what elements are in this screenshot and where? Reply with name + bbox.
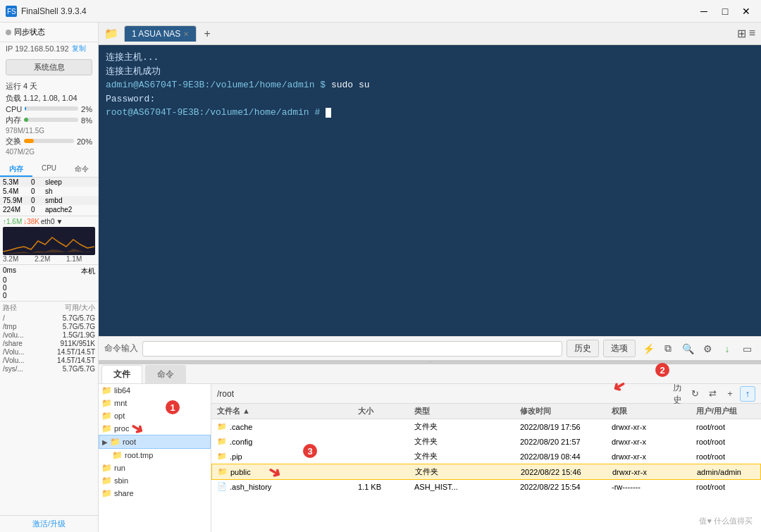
settings-icon-button[interactable]: ⚙ bbox=[699, 340, 716, 357]
ping-target: 本机 bbox=[81, 266, 95, 276]
proc-row: 75.9M 0 smbd bbox=[0, 196, 98, 205]
ping-ms: 0ms bbox=[3, 266, 16, 276]
net-values: 3.2M 2.2M 1.1M bbox=[3, 255, 95, 263]
menu-icon[interactable]: ≡ bbox=[749, 27, 755, 40]
tab-close-button[interactable]: ✕ bbox=[183, 30, 189, 38]
tab-cpu[interactable]: CPU bbox=[32, 163, 65, 177]
app-icon: FS bbox=[6, 6, 17, 17]
file-row-pip[interactable]: 📁 .pip 文件夹 2022/08/19 08:44 drwxr-xr-x r… bbox=[211, 449, 761, 464]
app-body: 同步状态 IP 192.168.50.192 复制 系统信息 运行 4 天 负载… bbox=[0, 23, 761, 532]
sysinfo-button[interactable]: 系统信息 bbox=[6, 59, 92, 75]
file-tabs: 文件 命令 bbox=[99, 364, 761, 384]
activate-button[interactable]: 激活/升级 bbox=[0, 515, 98, 532]
tab-cmd[interactable]: 命令 bbox=[66, 163, 98, 177]
new-folder-button[interactable]: + bbox=[722, 386, 738, 402]
copy-icon-button[interactable]: ⧉ bbox=[660, 340, 676, 357]
tree-item-sbin[interactable]: 📁 sbin bbox=[99, 474, 211, 487]
file-row-config[interactable]: 📁 .config 文件夹 2022/08/20 21:57 drwxr-xr-… bbox=[211, 434, 761, 449]
mem-bar-bg bbox=[24, 118, 78, 122]
cmd-input[interactable] bbox=[142, 341, 562, 357]
folder-icon: 📁 bbox=[110, 437, 120, 447]
tree-item-proc[interactable]: 📁 proc bbox=[99, 422, 211, 435]
add-tab-button[interactable]: + bbox=[199, 27, 214, 40]
select-button[interactable]: 选项 bbox=[603, 340, 636, 357]
file-row-cache[interactable]: 📁 .cache 文件夹 2022/08/19 17:56 drwxr-xr-x… bbox=[211, 419, 761, 434]
term-line: root@AS6704T-9E3B:/volume1/home/admin # bbox=[106, 106, 754, 120]
disk-header: 路径 可用/大小 bbox=[3, 303, 95, 313]
tab-bar: 📁 1 ASUA NAS ✕ + ⊞ ≡ bbox=[99, 23, 761, 45]
load: 负载 1.12, 1.08, 1.04 bbox=[6, 93, 92, 104]
tree-item-lib64[interactable]: 📁 lib64 bbox=[99, 384, 211, 397]
sync-dot bbox=[6, 30, 11, 35]
net-up: ↑1.6M bbox=[3, 218, 22, 225]
net-iface: eth0 bbox=[41, 218, 54, 225]
network-section: ↑1.6M ↓38K eth0 ▼ 3.2M 2.2M 1.1M bbox=[0, 216, 98, 264]
file-row-public[interactable]: 📁 public 文件夹 2022/08/22 15:46 drwxr-xr-x… bbox=[211, 464, 761, 480]
minimize-button[interactable]: ─ bbox=[695, 2, 713, 20]
maximize-button[interactable]: □ bbox=[716, 2, 734, 20]
col-name: 文件名 ▲ bbox=[217, 406, 358, 416]
tab-mem[interactable]: 内存 bbox=[0, 163, 32, 177]
refresh-button[interactable]: ↻ bbox=[687, 386, 703, 402]
term-line: 连接主机成功 bbox=[106, 65, 754, 79]
grid-icon[interactable]: ⊞ bbox=[737, 27, 746, 40]
tab-bar-right: ⊞ ≡ bbox=[737, 27, 755, 40]
tree-item-opt[interactable]: 📁 opt bbox=[99, 409, 211, 422]
folder-icon: 📁 bbox=[104, 27, 118, 40]
cpu-stat: CPU 2% bbox=[6, 105, 92, 113]
file-tab-commands[interactable]: 命令 bbox=[145, 365, 186, 383]
ping-section: 0ms 本机 0 0 0 bbox=[0, 264, 98, 301]
search-icon-button[interactable]: 🔍 bbox=[679, 340, 696, 357]
upload-button[interactable]: ↑ bbox=[740, 386, 755, 402]
term-line: admin@AS6704T-9E3B:/volume1/home/admin $… bbox=[106, 78, 754, 92]
cmd-input-bar: 命令输入 历史 选项 ⚡ ⧉ 🔍 ⚙ ↓ ▭ bbox=[99, 336, 761, 360]
file-tab-files[interactable]: 文件 bbox=[101, 365, 142, 383]
file-list-container: /root 历史 ↻ ⇄ + ↑ 文件名 ▲ 大小 类型 bbox=[211, 384, 761, 532]
sync-button[interactable]: ⇄ bbox=[705, 386, 720, 402]
disk-row: /Volu...14.5T/14.5T bbox=[3, 357, 95, 364]
disk-row: /share911K/951K bbox=[3, 340, 95, 347]
folder-icon: 📁 bbox=[218, 467, 228, 476]
file-browser: 📁 lib64 📁 mnt 📁 opt 📁 proc bbox=[99, 384, 761, 532]
svg-text:FS: FS bbox=[7, 8, 16, 16]
term-line: 连接主机... bbox=[106, 51, 754, 65]
swap-stat: 交换 20% bbox=[6, 136, 92, 147]
tree-item-root[interactable]: ▶ 📁 root bbox=[99, 435, 211, 449]
download-icon-button[interactable]: ↓ bbox=[719, 340, 736, 357]
swap-label: 交换 bbox=[6, 136, 21, 147]
disk-row: /5.7G/5.7G bbox=[3, 314, 95, 322]
copy-ip-button[interactable]: 复制 bbox=[72, 44, 86, 54]
proc-row: 5.3M 0 sleep bbox=[0, 178, 98, 187]
mem-bar-fill bbox=[24, 118, 28, 122]
history-path-button[interactable]: 历史 bbox=[669, 386, 685, 402]
disk-section: 路径 可用/大小 /5.7G/5.7G /tmp5.7G/5.7G /volu.… bbox=[0, 301, 98, 515]
tree-item-root-tmp[interactable]: 📁 root.tmp bbox=[99, 449, 211, 462]
sync-label: 同步状态 bbox=[14, 27, 45, 37]
tree-item-mnt[interactable]: 📁 mnt bbox=[99, 397, 211, 409]
tree-item-run[interactable]: 📁 run bbox=[99, 462, 211, 474]
folder-icon: 📁 bbox=[101, 423, 112, 433]
ip-row: IP 192.168.50.192 复制 bbox=[0, 42, 98, 56]
terminal[interactable]: 连接主机... 连接主机成功 admin@AS6704T-9E3B:/volum… bbox=[99, 45, 761, 336]
process-list: 5.3M 0 sleep 5.4M 0 sh 75.9M 0 smbd 224M… bbox=[0, 178, 98, 214]
ping-row: 0ms 本机 bbox=[3, 266, 95, 276]
tree-item-share[interactable]: 📁 share bbox=[99, 487, 211, 500]
tab-asua-nas[interactable]: 1 ASUA NAS ✕ bbox=[124, 25, 197, 42]
expand-icon: ▶ bbox=[102, 438, 108, 446]
process-tabs: 内存 CPU 命令 bbox=[0, 163, 98, 178]
swap-bar-fill bbox=[24, 139, 34, 143]
close-button[interactable]: ✕ bbox=[737, 2, 755, 20]
file-row-ash-history[interactable]: 📄 .ash_history 1.1 KB ASH_HIST... 2022/0… bbox=[211, 480, 761, 493]
history-button[interactable]: 历史 bbox=[567, 340, 599, 357]
terminal-icon-button[interactable]: ▭ bbox=[738, 340, 755, 357]
folder-icon: 📁 bbox=[217, 422, 227, 431]
lightning-button[interactable]: ⚡ bbox=[640, 340, 657, 357]
disk-row: /tmp5.7G/5.7G bbox=[3, 323, 95, 330]
cpu-bar-fill bbox=[25, 106, 26, 111]
cpu-value: 2% bbox=[81, 105, 92, 113]
swap-bar-bg bbox=[24, 139, 74, 143]
uptime: 运行 4 天 bbox=[6, 81, 92, 92]
proc-row: 5.4M 0 sh bbox=[0, 187, 98, 196]
cpu-bar-bg bbox=[25, 106, 78, 111]
col-perms: 权限 bbox=[612, 406, 696, 416]
